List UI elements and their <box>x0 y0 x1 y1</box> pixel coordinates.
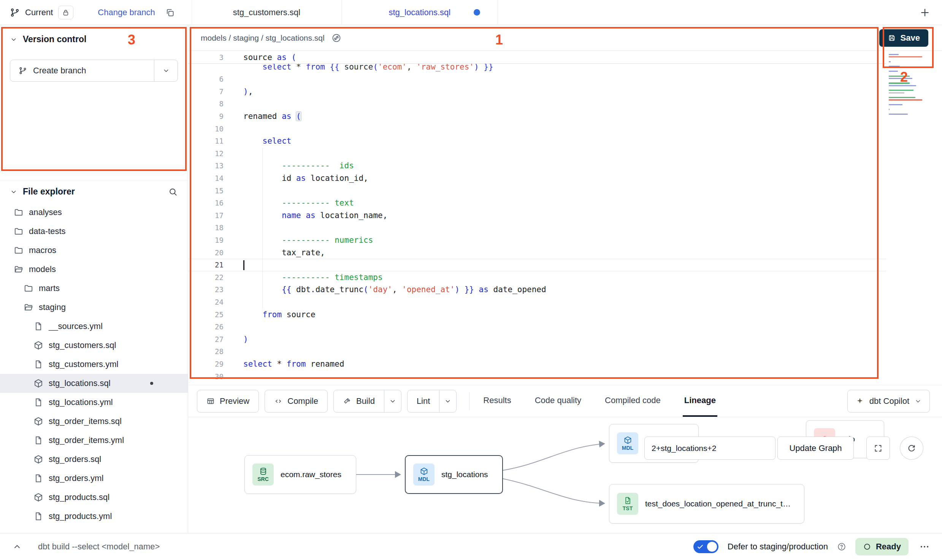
create-branch-button[interactable]: Create branch <box>10 60 154 81</box>
minimap-line <box>889 104 902 105</box>
code-line[interactable]: 29select * from renamed <box>188 358 886 370</box>
version-control-header[interactable]: Version control <box>10 34 178 44</box>
file-row-stg-orders-yml[interactable]: stg_orders.yml <box>0 469 188 488</box>
file-row--sources-yml[interactable]: __sources.yml <box>0 317 188 336</box>
copy-icon[interactable] <box>165 8 175 17</box>
create-branch-dropdown[interactable] <box>154 60 178 81</box>
code-line[interactable]: 24 <box>188 296 886 308</box>
file-row-marts[interactable]: marts <box>0 279 188 298</box>
chevron-up-icon[interactable] <box>12 542 22 552</box>
defer-toggle[interactable] <box>693 540 718 553</box>
code-line[interactable]: 26 <box>188 321 886 333</box>
line-number: 26 <box>188 323 234 331</box>
tab-stg-locations[interactable]: stg_locations.sql <box>341 0 498 25</box>
lint-button[interactable]: Lint <box>407 390 439 413</box>
status-bar-right: Defer to staging/production Ready <box>693 538 930 555</box>
save-button[interactable]: Save <box>879 29 928 47</box>
code-line[interactable]: 28 <box>188 345 886 358</box>
file-explorer-header[interactable]: File explorer <box>0 187 188 197</box>
code-line[interactable]: 22 ---------- timestamps <box>188 271 886 284</box>
minimap[interactable] <box>889 54 925 119</box>
code-editor[interactable]: 3source as ( select * from {{ source('ec… <box>188 51 942 385</box>
line-content: id as location_id, <box>234 174 368 183</box>
more-options-icon[interactable] <box>919 541 930 552</box>
src-badge: SRC <box>252 464 274 486</box>
badge-label: TST <box>623 505 633 511</box>
status-bar: dbt build --select <model_name> Defer to… <box>0 533 942 560</box>
file-row-models[interactable]: models <box>0 260 188 279</box>
tab-compiled-code[interactable]: Compiled code <box>603 385 662 417</box>
help-icon[interactable] <box>837 542 846 551</box>
code-line[interactable]: 14 id as location_id, <box>188 172 886 185</box>
lineage-selector-input[interactable] <box>644 437 775 460</box>
code-line[interactable]: 23 {{ dbt.date_trunc('day', 'opened_at')… <box>188 283 886 296</box>
code-line[interactable]: 8 <box>188 98 886 110</box>
change-branch-link[interactable]: Change branch <box>98 8 155 17</box>
lint-dropdown[interactable] <box>439 390 457 413</box>
line-number: 30 <box>188 372 234 381</box>
lineage-canvas[interactable]: SRCecom.raw_storesMDLstg_locationsMDLati… <box>188 417 942 533</box>
code-line[interactable]: 30 <box>188 370 886 383</box>
file-row-stg-locations-yml[interactable]: stg_locations.yml <box>0 393 188 412</box>
file-icon <box>33 511 43 521</box>
tab-label: Results <box>483 395 511 405</box>
tab-lineage[interactable]: Lineage <box>683 385 717 417</box>
file-row-data-tests[interactable]: data-tests <box>0 222 188 241</box>
tab-results[interactable]: Results <box>482 385 512 417</box>
file-row-staging[interactable]: staging <box>0 298 188 317</box>
file-row-analyses[interactable]: analyses <box>0 203 188 222</box>
code-line[interactable]: 19 ---------- numerics <box>188 234 886 247</box>
file-row-stg-order-items-yml[interactable]: stg_order_items.yml <box>0 431 188 450</box>
update-graph-button[interactable]: Update Graph <box>777 437 854 460</box>
status-badge[interactable]: Ready <box>855 538 909 555</box>
code-line[interactable]: 21 <box>188 259 886 271</box>
search-icon[interactable] <box>168 187 178 197</box>
code-line[interactable]: 15 <box>188 184 886 197</box>
code-line[interactable]: 13 ---------- ids <box>188 160 886 172</box>
code-line[interactable]: 11 select <box>188 135 886 147</box>
code-line[interactable]: 3source as ( <box>188 51 886 64</box>
file-row-macros[interactable]: macros <box>0 241 188 260</box>
compile-button[interactable]: Compile <box>265 390 328 413</box>
code-line[interactable]: 25 from source <box>188 308 886 321</box>
copy-link-icon[interactable] <box>331 33 341 43</box>
lineage-node-src_raw_stores[interactable]: SRCecom.raw_stores <box>244 455 356 494</box>
file-row-stg-products-sql[interactable]: stg_products.sql <box>0 488 188 507</box>
code-line[interactable]: 17 name as location_name, <box>188 209 886 222</box>
new-tab-icon[interactable] <box>919 7 931 18</box>
badge-label: MDL <box>622 445 633 451</box>
command-hint: dbt build --select <model_name> <box>38 542 160 552</box>
refresh-button[interactable] <box>900 437 923 460</box>
file-row-stg-locations-sql[interactable]: stg_locations.sql <box>0 374 188 393</box>
code-line[interactable]: 9renamed as ( <box>188 110 886 123</box>
partially-scrolled-line[interactable]: select * from {{ source('ecom', 'raw_sto… <box>188 64 886 73</box>
preview-button[interactable]: Preview <box>197 390 259 413</box>
code-lines[interactable]: 3source as ( select * from {{ source('ec… <box>188 51 886 383</box>
lineage-node-mdl_stg_locations[interactable]: MDLstg_locations <box>405 455 503 494</box>
code-line[interactable]: 7), <box>188 85 886 98</box>
lineage-node-tst_test[interactable]: TSTtest_does_location_opened_at_trunc_t… <box>609 484 804 524</box>
line-number: 6 <box>188 75 234 83</box>
code-line[interactable]: 18 <box>188 221 886 234</box>
file-row-stg-customers-sql[interactable]: stg_customers.sql <box>0 336 188 355</box>
file-row-stg-orders-sql[interactable]: stg_orders.sql <box>0 450 188 469</box>
dbt-copilot-button[interactable]: dbt Copilot <box>847 390 930 413</box>
code-line[interactable]: select * from {{ source('ecom', 'raw_sto… <box>188 64 886 73</box>
code-line[interactable]: 27) <box>188 333 886 345</box>
tab-code-quality[interactable]: Code quality <box>533 385 583 417</box>
code-line[interactable]: 10 <box>188 122 886 135</box>
folder-open-icon <box>24 302 33 312</box>
file-row-stg-products-yml[interactable]: stg_products.yml <box>0 507 188 526</box>
code-line[interactable]: 6 <box>188 73 886 85</box>
file-row-stg-customers-yml[interactable]: stg_customers.yml <box>0 355 188 374</box>
chevron-down-icon <box>914 397 922 405</box>
code-line[interactable]: 12 <box>188 147 886 160</box>
file-row-stg-order-items-sql[interactable]: stg_order_items.sql <box>0 412 188 431</box>
code-line[interactable]: 20 tax_rate, <box>188 246 886 259</box>
tab-stg-customers[interactable]: stg_customers.sql <box>192 0 341 25</box>
breadcrumb: models / staging / stg_locations.sql <box>201 33 325 43</box>
fullscreen-button[interactable] <box>866 437 890 460</box>
build-dropdown[interactable] <box>384 390 401 413</box>
build-button[interactable]: Build <box>333 390 384 413</box>
code-line[interactable]: 16 ---------- text <box>188 197 886 209</box>
